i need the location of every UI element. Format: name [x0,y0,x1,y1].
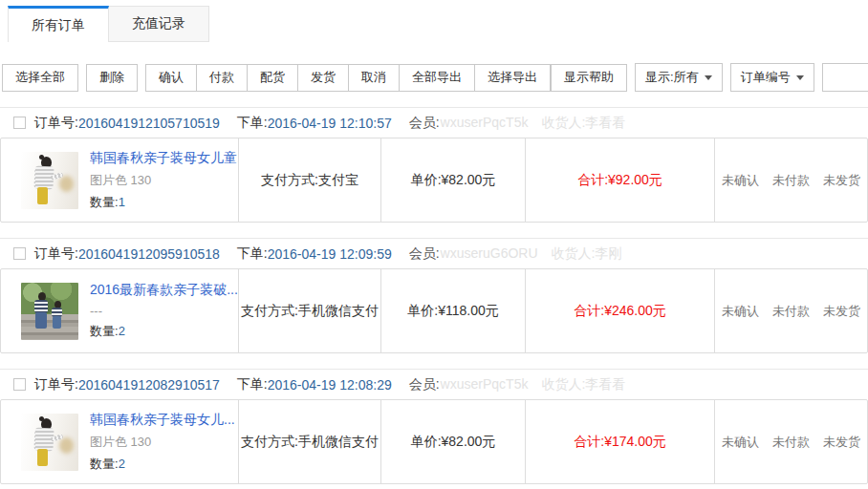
show-filter-dropdown[interactable]: 显示:所有 [635,63,723,92]
status-cell: 未确认 未付款 未发货 [714,400,867,483]
status-cell: 未确认 未付款 未发货 [714,138,867,222]
product-info: 韩国春秋亲子装母女儿童... 图片色 130 数量:1 [90,150,238,211]
member-label: 会员: [409,115,440,132]
order-search-input[interactable] [822,63,868,92]
export-all-button[interactable]: 全部导出 [399,64,475,92]
product-info: 韩国春秋亲子装母女儿... 图片色 130 数量:2 [90,412,235,473]
tab-all-orders[interactable]: 所有订单 [8,6,109,42]
member-label: 会员: [409,376,440,393]
placed-value: 2016-04-19 12:09:59 [268,246,392,262]
chevron-down-icon [705,75,712,80]
payment-cell: 支付方式:手机微信支付 [238,269,380,352]
tab-recharge-records[interactable]: 充值记录 [109,6,209,42]
unit-price-cell: 单价:¥118.00元 [380,269,525,352]
unit-price-cell: 单价:¥82.00元 [380,138,525,222]
placed-label: 下单: [237,376,268,393]
product-variant: --- [90,304,238,318]
payment-status: 未付款 [772,434,810,451]
placed-label: 下单: [237,115,268,132]
member-label: 会员: [409,245,440,263]
product-qty: 数量:2 [90,323,238,340]
product-title-link[interactable]: 韩国春秋亲子装母女儿... [90,412,235,429]
order-block: 订单号:2016041912082910517 下单:2016-04-19 12… [0,369,868,484]
status-cell: 未确认 未付款 未发货 [714,269,867,352]
member-value: wxuserPqcT5k 收货人:李看看 [441,115,626,132]
placed-value: 2016-04-19 12:08:29 [268,377,392,393]
placed-label: 下单: [237,245,268,263]
product-variant: 图片色 130 [90,434,235,451]
order-row: 韩国春秋亲子装母女儿童... 图片色 130 数量:1 支付方式:支付宝 单价:… [0,138,868,223]
confirm-button[interactable]: 确认 [145,64,197,92]
product-cell: 韩国春秋亲子装母女儿童... 图片色 130 数量:1 [1,138,238,222]
allocate-button[interactable]: 配货 [247,64,298,92]
order-block: 订单号:2016041912095910518 下单:2016-04-19 12… [0,238,868,353]
cancel-button[interactable]: 取消 [348,64,400,92]
total-cell: 合计:¥174.00元 [525,400,714,483]
product-photo[interactable] [21,152,78,209]
action-button-group: 确认 付款 配货 发货 取消 全部导出 选择导出 [145,64,551,92]
product-qty: 数量:1 [90,194,238,211]
order-no-value: 2016041912082910517 [78,377,220,393]
order-no-label: 订单号: [34,376,78,393]
order-header: 订单号:2016041912095910518 下单:2016-04-19 12… [0,239,868,268]
total-cell: 合计:¥92.00元 [525,138,714,222]
payment-cell: 支付方式:手机微信支付 [238,400,380,483]
export-selected-button[interactable]: 选择导出 [474,64,551,92]
chevron-down-icon [796,75,804,80]
payment-cell: 支付方式:支付宝 [238,138,380,222]
order-no-value: 2016041912105710519 [78,116,220,131]
show-filter-label: 显示:所有 [645,69,699,86]
product-cell: 2016最新春款亲子装破... --- 数量:2 [1,269,238,352]
product-info: 2016最新春款亲子装破... --- 数量:2 [90,282,238,340]
total-cell: 合计:¥246.00元 [525,269,714,352]
product-photo[interactable] [21,414,78,471]
product-variant: 图片色 130 [90,172,238,189]
order-no-label: 订单号: [34,115,78,132]
toolbar: 选择全部 删除 确认 付款 配货 发货 取消 全部导出 选择导出 显示帮助 显示… [0,63,868,92]
select-all-button[interactable]: 选择全部 [2,64,78,92]
order-number-filter-label: 订单编号 [741,69,791,86]
payment-status: 未付款 [772,303,810,320]
toolbar-filters: 显示:所有 订单编号 [627,63,868,92]
ship-button[interactable]: 发货 [297,64,349,92]
show-help-button[interactable]: 显示帮助 [551,64,627,92]
shipping-status: 未发货 [823,303,860,320]
order-checkbox[interactable] [13,247,26,260]
product-qty: 数量:2 [90,456,235,473]
order-checkbox[interactable] [13,378,26,391]
unit-price-cell: 单价:¥82.00元 [380,400,525,483]
member-value: wxuserPqcT5k 收货人:李看看 [441,376,626,393]
payment-status: 未付款 [772,172,810,189]
order-checkbox[interactable] [13,117,26,129]
pay-button[interactable]: 付款 [196,64,248,92]
shipping-status: 未发货 [823,434,860,451]
member-value: wxuseruG6ORU 收货人:李刚 [441,245,622,263]
shipping-status: 未发货 [823,172,860,189]
product-title-link[interactable]: 韩国春秋亲子装母女儿童... [90,150,238,167]
order-header: 订单号:2016041912105710519 下单:2016-04-19 12… [0,108,868,138]
order-number-filter-dropdown[interactable]: 订单编号 [730,63,814,92]
order-row: 韩国春秋亲子装母女儿... 图片色 130 数量:2 支付方式:手机微信支付 单… [0,399,868,484]
order-row: 2016最新春款亲子装破... --- 数量:2 支付方式:手机微信支付 单价:… [0,268,868,353]
product-photo[interactable] [21,283,78,340]
placed-value: 2016-04-19 12:10:57 [268,116,392,131]
product-cell: 韩国春秋亲子装母女儿... 图片色 130 数量:2 [1,400,238,483]
delete-button[interactable]: 删除 [86,64,138,92]
order-no-value: 2016041912095910518 [78,246,220,262]
tab-bar: 所有订单 充值记录 [0,5,868,42]
confirm-status: 未确认 [722,172,759,189]
confirm-status: 未确认 [722,434,759,451]
product-title-link[interactable]: 2016最新春款亲子装破... [90,282,238,299]
order-no-label: 订单号: [34,245,78,263]
order-header: 订单号:2016041912082910517 下单:2016-04-19 12… [0,370,868,399]
confirm-status: 未确认 [722,303,759,320]
order-block: 订单号:2016041912105710519 下单:2016-04-19 12… [0,107,868,223]
